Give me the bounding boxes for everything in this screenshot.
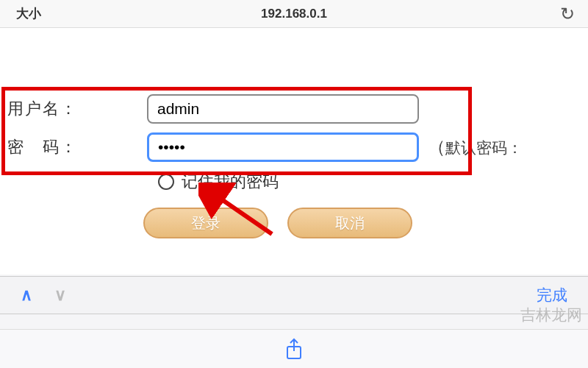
username-label: 用户名： bbox=[7, 98, 147, 120]
remember-label: 记住我的密码 bbox=[182, 171, 279, 193]
cancel-button[interactable]: 取消 bbox=[287, 208, 412, 238]
login-page-content: 用户名： 密 码： （默认密码： 记住我的密码 登录 取消 bbox=[0, 28, 588, 275]
username-row: 用户名： bbox=[0, 94, 588, 124]
button-row: 登录 取消 bbox=[0, 208, 588, 238]
chevron-up-icon[interactable]: ∧ bbox=[21, 286, 32, 305]
share-icon[interactable] bbox=[284, 338, 304, 360]
watermark-text: 吉林龙网 bbox=[520, 305, 582, 325]
browser-toolbar bbox=[0, 329, 588, 368]
done-button[interactable]: 完成 bbox=[537, 285, 567, 305]
hint-open-paren: （ bbox=[428, 137, 445, 157]
hint-label: 默认密码： bbox=[445, 139, 523, 156]
login-button[interactable]: 登录 bbox=[143, 208, 268, 238]
checkbox-icon[interactable] bbox=[158, 174, 174, 190]
password-label: 密 码： bbox=[7, 136, 147, 158]
url-display[interactable]: 192.168.0.1 bbox=[261, 7, 327, 21]
username-input[interactable] bbox=[147, 94, 419, 124]
keyboard-accessory-bar: ∧ ∨ 完成 bbox=[0, 276, 588, 314]
reload-icon[interactable]: ↻ bbox=[560, 4, 575, 24]
password-input[interactable] bbox=[147, 132, 419, 162]
size-label: 大小 bbox=[16, 5, 41, 22]
browser-address-bar: 大小 192.168.0.1 ↻ bbox=[0, 0, 588, 28]
remember-row[interactable]: 记住我的密码 bbox=[0, 171, 588, 193]
password-hint: （默认密码： bbox=[428, 135, 523, 159]
form-nav-arrows: ∧ ∨ bbox=[21, 286, 66, 305]
password-row: 密 码： （默认密码： bbox=[0, 132, 588, 162]
chevron-down-icon: ∨ bbox=[54, 286, 66, 305]
